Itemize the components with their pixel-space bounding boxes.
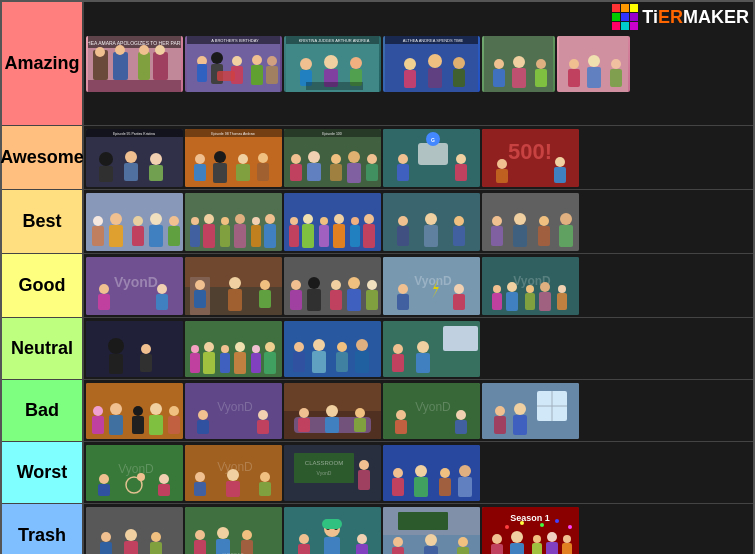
svg-rect-142 xyxy=(363,224,375,248)
list-item[interactable]: VyonD xyxy=(185,383,282,439)
svg-point-247 xyxy=(169,406,179,416)
list-item[interactable] xyxy=(185,321,282,377)
svg-rect-110 xyxy=(109,225,123,247)
svg-point-234 xyxy=(393,344,403,354)
list-item[interactable]: VyonD xyxy=(86,445,183,501)
svg-point-321 xyxy=(242,530,252,540)
list-item[interactable] xyxy=(383,321,480,377)
svg-point-298 xyxy=(359,460,369,470)
list-item[interactable]: Episode 100 xyxy=(284,129,381,187)
svg-point-48 xyxy=(513,56,525,68)
svg-rect-308 xyxy=(458,477,472,497)
list-item[interactable] xyxy=(383,445,480,501)
svg-rect-165 xyxy=(156,294,168,310)
list-item[interactable] xyxy=(284,193,381,251)
list-item[interactable]: A BROTHER'S BIRTHDAY xyxy=(185,36,282,92)
svg-rect-99 xyxy=(455,164,467,181)
svg-text:VyonD: VyonD xyxy=(217,400,253,414)
svg-point-195 xyxy=(493,285,501,293)
svg-point-90 xyxy=(367,154,377,164)
svg-point-66 xyxy=(150,153,162,165)
svg-text:ALTHEA AMARA APOLOGIZES TO HER: ALTHEA AMARA APOLOGIZES TO HER PARENTS xyxy=(88,40,181,46)
svg-rect-189 xyxy=(397,294,409,310)
svg-point-266 xyxy=(396,410,406,420)
svg-rect-9 xyxy=(153,52,168,80)
list-item[interactable]: VyonD xyxy=(86,257,183,315)
svg-rect-283 xyxy=(158,484,170,496)
logo-grid-icon xyxy=(612,4,638,30)
svg-point-98 xyxy=(456,154,466,164)
svg-rect-105 xyxy=(554,167,566,183)
list-item[interactable] xyxy=(482,36,555,92)
svg-point-154 xyxy=(514,213,526,225)
list-item[interactable]: G xyxy=(383,129,480,187)
svg-point-188 xyxy=(398,284,408,294)
svg-point-276 xyxy=(514,403,526,415)
list-item[interactable] xyxy=(185,193,282,251)
svg-rect-72 xyxy=(194,164,206,181)
list-item[interactable] xyxy=(557,36,630,92)
svg-point-55 xyxy=(588,55,600,67)
svg-point-285 xyxy=(137,473,145,481)
list-item[interactable]: Episode 98 Thomas Andraw xyxy=(185,129,282,187)
tier-row-awesome: Awesome Episode 95 Parties Kristina xyxy=(2,126,753,190)
list-item[interactable]: VyonD xyxy=(383,383,480,439)
list-item[interactable] xyxy=(383,507,480,554)
list-item[interactable]: VyonD xyxy=(482,257,579,315)
list-item[interactable]: Season 1 xyxy=(482,507,579,554)
svg-point-41 xyxy=(428,54,442,68)
svg-text:Episode 95 Parties Kristina: Episode 95 Parties Kristina xyxy=(113,132,155,136)
list-item[interactable]: ALTHEA AMARA APOLOGIZES TO HER PARENTS xyxy=(86,36,183,92)
list-item[interactable]: ALTHEA ANDREA SPENDS TIME xyxy=(383,36,480,92)
svg-rect-269 xyxy=(455,420,467,434)
svg-rect-163 xyxy=(98,294,110,310)
list-item[interactable] xyxy=(284,507,381,554)
svg-rect-7 xyxy=(138,52,150,80)
list-item[interactable]: 500! xyxy=(482,129,579,187)
list-item[interactable]: CLASSROOM VyonD xyxy=(284,445,381,501)
svg-point-312 xyxy=(125,529,137,541)
tier-label-good: Good xyxy=(2,254,84,317)
svg-rect-289 xyxy=(194,482,206,496)
tier-items-trash: KC2019 xyxy=(84,504,753,554)
list-item[interactable]: VyonD xyxy=(185,445,282,501)
list-item[interactable]: VyonD xyxy=(383,257,480,315)
svg-point-184 xyxy=(367,280,377,290)
svg-point-213 xyxy=(204,342,214,352)
svg-point-230 xyxy=(356,339,368,351)
svg-point-109 xyxy=(110,213,122,225)
list-item[interactable]: Episode 95 Parties Kristina xyxy=(86,129,183,187)
svg-text:VyonD: VyonD xyxy=(118,462,154,476)
tiermaker-logo: TiERMAKER xyxy=(612,4,749,30)
svg-point-219 xyxy=(252,345,260,353)
list-item[interactable] xyxy=(482,193,579,251)
list-item[interactable] xyxy=(284,321,381,377)
list-item[interactable] xyxy=(482,383,579,439)
svg-point-173 xyxy=(260,280,270,290)
list-item[interactable] xyxy=(86,193,183,251)
list-item[interactable]: KC2019 xyxy=(185,507,282,554)
list-item[interactable] xyxy=(185,257,282,315)
svg-rect-47 xyxy=(493,69,505,87)
svg-point-282 xyxy=(159,474,169,484)
svg-rect-35 xyxy=(306,82,363,90)
list-item[interactable] xyxy=(383,193,480,251)
list-item[interactable] xyxy=(86,383,183,439)
svg-rect-150 xyxy=(453,226,465,246)
svg-rect-318 xyxy=(194,540,206,554)
tier-label-best: Best xyxy=(2,190,84,253)
svg-point-262 xyxy=(355,408,365,418)
list-item[interactable] xyxy=(86,321,183,377)
svg-point-75 xyxy=(238,154,248,164)
svg-rect-202 xyxy=(539,292,551,311)
list-item[interactable] xyxy=(86,507,183,554)
svg-point-251 xyxy=(198,410,208,420)
svg-rect-299 xyxy=(358,470,370,490)
svg-point-245 xyxy=(150,403,162,415)
svg-rect-148 xyxy=(424,225,438,247)
list-item[interactable] xyxy=(284,257,381,315)
list-item[interactable]: KRISTINA JUDGES ARTHUR ANDREA xyxy=(284,36,381,92)
list-item[interactable] xyxy=(284,383,381,439)
svg-rect-259 xyxy=(298,418,310,432)
svg-point-317 xyxy=(195,530,205,540)
